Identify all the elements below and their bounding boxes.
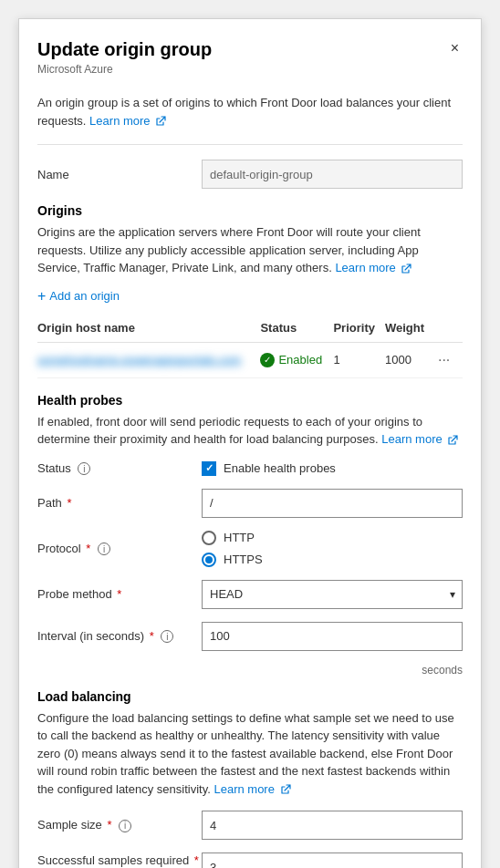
origin-host-cell: somehostname.powerappsportals.com	[37, 342, 260, 377]
interval-label: Interval (in seconds) * i	[37, 629, 202, 644]
update-origin-group-panel: Update origin group Microsoft Azure × An…	[18, 18, 482, 868]
table-row: somehostname.powerappsportals.com ✓ Enab…	[37, 342, 463, 377]
sample-size-label: Sample size * i	[37, 818, 202, 832]
protocol-info-icon[interactable]: i	[98, 542, 110, 555]
name-label: Name	[37, 168, 202, 181]
health-probes-learn-more-link[interactable]: Learn more	[381, 432, 458, 446]
plus-icon: +	[37, 288, 46, 305]
successful-samples-label: Successful samples required * i	[37, 853, 202, 868]
path-input[interactable]	[202, 489, 463, 518]
origins-section: Origins Origins are the application serv…	[37, 203, 463, 378]
enable-health-probes-checkbox[interactable]: ✓	[202, 461, 216, 476]
load-balancing-external-link-icon	[280, 784, 291, 795]
probe-method-select-control: HEAD GET ▾	[202, 580, 463, 609]
checkbox-checkmark: ✓	[205, 462, 214, 474]
protocol-field-row: Protocol * i HTTP	[37, 531, 463, 567]
protocol-radio-control: HTTP HTTPS	[202, 531, 463, 567]
col-weight: Weight	[385, 317, 434, 343]
path-field-row: Path *	[37, 489, 463, 518]
panel-title-group: Update origin group Microsoft Azure	[37, 37, 212, 76]
name-input[interactable]	[202, 160, 463, 189]
origins-table: Origin host name Status Priority Weight …	[37, 317, 463, 378]
enable-health-probes-label: Enable health probes	[224, 461, 336, 475]
status-info-icon[interactable]: i	[78, 462, 90, 475]
origins-heading: Origins	[37, 203, 463, 218]
path-input-control	[202, 489, 463, 518]
origin-more-button[interactable]: ···	[434, 350, 453, 370]
sample-size-input-control	[202, 811, 463, 840]
interval-field-row: Interval (in seconds) * i	[37, 622, 463, 651]
status-checkbox-control: ✓ Enable health probes	[202, 461, 463, 476]
status-enabled-icon: ✓	[260, 353, 275, 367]
col-actions	[434, 317, 463, 343]
add-origin-button[interactable]: + Add an origin	[37, 288, 120, 305]
health-probes-external-link-icon	[447, 435, 458, 446]
origin-priority-cell: 1	[333, 342, 385, 377]
name-field-row: Name	[37, 160, 463, 189]
sample-size-required-indicator: *	[107, 818, 111, 832]
health-probes-description: If enabled, front door will send periodi…	[37, 413, 463, 449]
load-balancing-heading: Load balancing	[37, 689, 463, 704]
panel-header: Update origin group Microsoft Azure ×	[19, 19, 481, 87]
successful-samples-required-indicator: *	[194, 853, 199, 867]
probe-method-select-wrapper: HEAD GET ▾	[202, 580, 463, 609]
origins-description: Origins are the application servers wher…	[37, 223, 463, 277]
origin-status-label: Enabled	[278, 353, 322, 367]
sample-size-info-icon[interactable]: i	[119, 820, 131, 832]
load-balancing-learn-more-link[interactable]: Learn more	[214, 782, 290, 796]
load-balancing-description: Configure the load balancing settings to…	[37, 709, 463, 799]
origin-status-enabled: ✓ Enabled	[260, 353, 326, 367]
protocol-http-row: HTTP	[202, 531, 463, 545]
panel-body: An origin group is a set of origins to w…	[19, 87, 481, 868]
protocol-https-radio[interactable]	[202, 553, 216, 567]
interval-input[interactable]	[202, 622, 463, 651]
interval-input-control	[202, 622, 463, 651]
protocol-http-label: HTTP	[224, 531, 255, 544]
panel-description: An origin group is a set of origins to w…	[37, 94, 463, 129]
col-status: Status	[260, 317, 333, 343]
protocol-required-indicator: *	[86, 542, 90, 555]
description-learn-more-link[interactable]: Learn more	[89, 114, 166, 128]
panel-title: Update origin group	[37, 37, 212, 61]
path-label: Path *	[37, 496, 202, 510]
seconds-unit-label: seconds	[37, 664, 463, 677]
external-link-icon	[155, 116, 166, 127]
successful-samples-field-row: Successful samples required * i	[37, 852, 463, 868]
close-button[interactable]: ×	[447, 37, 463, 59]
origin-weight-cell: 1000	[385, 342, 434, 377]
origins-external-link-icon	[401, 264, 411, 274]
probe-method-label: Probe method *	[37, 587, 202, 601]
protocol-https-radio-fill	[205, 556, 213, 563]
interval-info-icon[interactable]: i	[161, 630, 173, 643]
col-host: Origin host name	[37, 317, 260, 343]
protocol-https-label: HTTPS	[224, 553, 263, 566]
status-label: Status i	[37, 461, 202, 476]
origins-learn-more-link[interactable]: Learn more	[335, 261, 411, 274]
origin-status-cell: ✓ Enabled	[260, 342, 333, 377]
successful-samples-input-control	[202, 852, 463, 868]
protocol-https-row: HTTPS	[202, 553, 463, 567]
divider-1	[37, 144, 463, 145]
path-required-indicator: *	[67, 496, 71, 510]
probe-method-select[interactable]: HEAD GET	[202, 580, 463, 609]
protocol-label: Protocol * i	[37, 542, 202, 556]
load-balancing-section: Load balancing Configure the load balanc…	[37, 689, 463, 869]
panel-subtitle: Microsoft Azure	[37, 63, 212, 76]
origin-actions-cell: ···	[434, 342, 463, 377]
col-priority: Priority	[333, 317, 385, 343]
health-probes-heading: Health probes	[37, 393, 463, 408]
enable-health-probes-row: ✓ Enable health probes	[202, 461, 463, 476]
interval-required-indicator: *	[150, 629, 154, 643]
health-probes-section: Health probes If enabled, front door wil…	[37, 393, 463, 677]
probe-method-required-indicator: *	[117, 587, 121, 601]
sample-size-input[interactable]	[202, 811, 463, 840]
origin-host-link[interactable]: somehostname.powerappsportals.com	[37, 353, 241, 367]
protocol-radio-group: HTTP HTTPS	[202, 531, 463, 567]
status-field-row: Status i ✓ Enable health probes	[37, 461, 463, 476]
probe-method-field-row: Probe method * HEAD GET ▾	[37, 580, 463, 609]
protocol-http-radio[interactable]	[202, 531, 216, 545]
sample-size-field-row: Sample size * i	[37, 811, 463, 840]
successful-samples-input[interactable]	[202, 852, 463, 868]
